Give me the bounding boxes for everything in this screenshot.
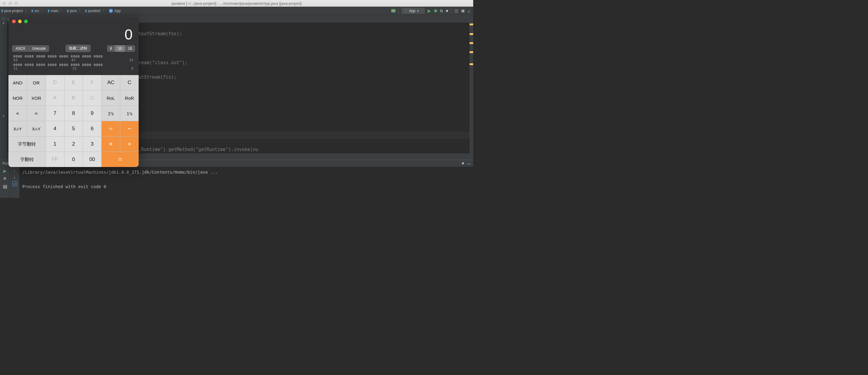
key-xshl[interactable]: X«Y xyxy=(8,121,27,136)
breadcrumb-item[interactable]: ▮javatest〉 xyxy=(84,8,107,13)
key-1s[interactable]: 1's xyxy=(120,106,138,121)
key-times[interactable]: × xyxy=(101,136,120,152)
coverage-icon[interactable]: ⧉ xyxy=(440,8,443,13)
run-controls-col: ▶ ■ ▮▮ xyxy=(0,167,10,198)
traffic-lights xyxy=(11,19,135,26)
binary-icon[interactable] xyxy=(391,9,396,12)
settings-icon[interactable]: ✸ xyxy=(461,161,464,165)
separator xyxy=(398,8,399,13)
folder-icon: ▮ xyxy=(48,9,50,13)
tool-tab-icon[interactable]: ⬚ xyxy=(2,17,5,20)
run-button[interactable]: ▶ xyxy=(428,8,431,13)
breadcrumb-item[interactable]: CApp xyxy=(107,9,122,13)
run-config-select[interactable]: ⬚ App ▾ xyxy=(402,8,425,14)
base-segmented[interactable]: 8 10 16 xyxy=(107,45,135,52)
key-shl[interactable]: « xyxy=(8,106,27,121)
project-tool-sidebar[interactable]: ⬚ xyxy=(0,15,7,160)
stop-button[interactable]: ■ xyxy=(3,176,6,181)
key-1[interactable]: 1 xyxy=(46,136,64,152)
calc-keypad: AND OR D E F AC C NOR XOR A B C RoL RoR … xyxy=(8,75,138,167)
key-xshr[interactable]: X»Y xyxy=(27,121,45,136)
key-c[interactable]: C xyxy=(120,75,138,90)
breadcrumb-item[interactable]: ▮java-project〉 xyxy=(0,8,30,13)
base-16-button[interactable]: 16 xyxy=(125,45,135,52)
key-word-flip[interactable]: 字翻转 xyxy=(8,152,45,167)
key-7[interactable]: 7 xyxy=(46,106,64,121)
key-2[interactable]: 2 xyxy=(64,136,83,152)
calc-head: 0 ASCII Unicode 隐藏二进制 8 10 16 0000 0000 … xyxy=(8,17,138,75)
debug-button[interactable]: ⬢ xyxy=(434,9,437,13)
key-minus[interactable]: − xyxy=(120,121,138,136)
layout-icon[interactable]: ◫ xyxy=(455,8,458,13)
navigation-toolbar: ▮java-project〉 ▮src〉 ▮main〉 ▮java〉 ▮java… xyxy=(0,7,473,15)
key-3[interactable]: 3 xyxy=(83,136,101,152)
binary-display[interactable]: 0000 0000 0000 0000 0000 0000 0000 0000 … xyxy=(11,52,135,71)
key-rol[interactable]: RoL xyxy=(101,90,120,105)
key-2s[interactable]: 2's xyxy=(101,106,120,121)
key-a[interactable]: A xyxy=(46,90,64,105)
warning-marker[interactable] xyxy=(470,24,473,25)
key-ac[interactable]: AC xyxy=(101,75,120,90)
run-body: ▶ ■ ▮▮ ↑ ↓ ↲ /Library/Java/JavaVirtualMa… xyxy=(0,167,473,198)
unicode-mode-button[interactable]: Unicode xyxy=(29,45,49,52)
calc-display: 0 xyxy=(11,26,135,44)
minimize-traffic-light[interactable] xyxy=(18,20,22,23)
key-ror[interactable]: RoR xyxy=(120,90,138,105)
rerun-button[interactable]: ▶ xyxy=(3,168,7,173)
key-4[interactable]: 4 xyxy=(46,121,64,136)
down-icon[interactable]: ↓ xyxy=(13,175,16,179)
key-9[interactable]: 9 xyxy=(83,106,101,121)
key-0[interactable]: 0 xyxy=(64,152,83,167)
base-8-button[interactable]: 8 xyxy=(107,45,115,52)
key-divide[interactable]: ÷ xyxy=(101,121,120,136)
search-icon[interactable]: ⌕ xyxy=(468,8,470,13)
key-f[interactable]: F xyxy=(83,75,101,90)
up-icon[interactable]: ↑ xyxy=(13,168,16,173)
key-or[interactable]: OR xyxy=(27,75,45,90)
separator xyxy=(451,8,452,13)
layout-icon[interactable]: ▣ xyxy=(461,8,465,13)
key-6[interactable]: 6 xyxy=(83,121,101,136)
chevron-down-icon[interactable] xyxy=(3,22,4,24)
console-output[interactable]: /Library/Java/JavaVirtualMachines/jdk1.8… xyxy=(19,167,473,198)
key-shr[interactable]: » xyxy=(27,106,45,121)
toolbar-right: ⬚ App ▾ ▶ ⬢ ⧉ ■ ◫ ▣ ⌕ xyxy=(388,8,473,14)
encoding-segmented[interactable]: ASCII Unicode xyxy=(12,45,49,52)
warning-marker[interactable] xyxy=(470,63,473,65)
warning-marker[interactable] xyxy=(470,42,473,44)
key-and[interactable]: AND xyxy=(8,75,27,90)
pause-button[interactable]: ▮▮ xyxy=(3,184,7,189)
soft-wrap-icon[interactable]: ↲ xyxy=(12,181,17,186)
warning-marker[interactable] xyxy=(470,51,473,53)
disabled-dot xyxy=(14,1,18,5)
key-equals[interactable]: = xyxy=(101,152,138,167)
run-controls-col2: ↑ ↓ ↲ xyxy=(10,167,19,198)
key-b[interactable]: B xyxy=(64,90,83,105)
key-xor[interactable]: XOR xyxy=(27,90,45,105)
key-ff[interactable]: FF xyxy=(46,152,64,167)
key-d[interactable]: D xyxy=(46,75,64,90)
macos-titlebar: javatest [~/.../java-project] - .../src/… xyxy=(0,0,473,7)
key-nor[interactable]: NOR xyxy=(8,90,27,105)
ascii-mode-button[interactable]: ASCII xyxy=(12,45,29,52)
disabled-dot xyxy=(2,1,6,5)
breadcrumb-item[interactable]: ▮main〉 xyxy=(46,8,66,13)
hide-binary-button[interactable]: 隐藏二进制 xyxy=(65,44,91,52)
key-e[interactable]: E xyxy=(64,75,83,90)
minimize-icon[interactable]: — xyxy=(467,161,471,166)
key-8[interactable]: 8 xyxy=(64,106,83,121)
breadcrumb-item[interactable]: ▮java〉 xyxy=(66,8,84,13)
key-5[interactable]: 5 xyxy=(64,121,83,136)
base-10-button[interactable]: 10 xyxy=(115,45,125,52)
key-byte-flip[interactable]: 字节翻转 xyxy=(8,136,45,152)
chevron-collapsed-icon[interactable] xyxy=(3,115,4,117)
key-00[interactable]: 00 xyxy=(83,152,101,167)
close-traffic-light[interactable] xyxy=(12,20,16,23)
warning-marker[interactable] xyxy=(470,33,473,35)
key-hex-c[interactable]: C xyxy=(83,90,101,105)
breadcrumb-item[interactable]: ▮src〉 xyxy=(30,8,46,13)
key-plus[interactable]: + xyxy=(120,136,138,152)
error-stripe[interactable] xyxy=(470,15,473,160)
stop-button[interactable]: ■ xyxy=(446,8,448,13)
zoom-traffic-light[interactable] xyxy=(24,20,28,23)
